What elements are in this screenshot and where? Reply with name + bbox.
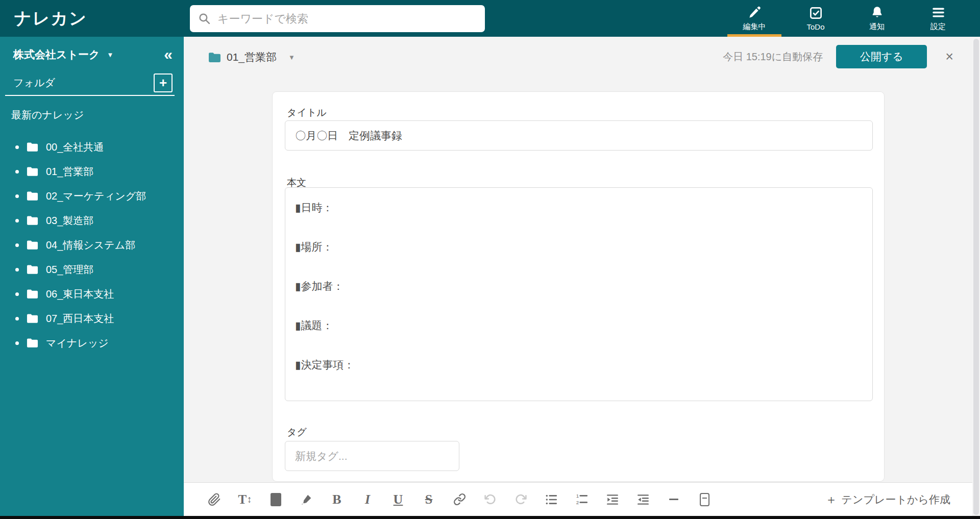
vertical-scrollbar[interactable]	[972, 38, 980, 516]
bullet-list-button[interactable]	[542, 489, 560, 510]
attach-file-button[interactable]	[205, 489, 224, 510]
title-input[interactable]	[285, 120, 873, 151]
scrollbar-thumb[interactable]	[973, 39, 979, 515]
ordered-list-icon: 1 2	[575, 493, 589, 506]
folder-label: マイナレッジ	[46, 336, 109, 350]
outdent-button[interactable]	[634, 489, 652, 510]
global-search[interactable]	[190, 5, 485, 32]
sidebar-item-folder-01[interactable]: 01_営業部	[0, 159, 184, 184]
folder-icon	[27, 289, 38, 299]
svg-text:2: 2	[576, 499, 579, 505]
tab-settings[interactable]: 設定	[908, 0, 969, 37]
editor-toolbar: T↕ B I U S	[184, 482, 980, 516]
search-icon	[198, 12, 211, 25]
text-size-button[interactable]: T↕	[236, 489, 254, 510]
sidebar-item-folder-02[interactable]: 02_マーケティング部	[0, 184, 184, 208]
folder-icon	[27, 338, 38, 348]
sidebar-item-my-knowledge[interactable]: マイナレッジ	[0, 331, 184, 355]
latest-knowledge-label: 最新のナレッジ	[11, 108, 84, 122]
tag-input[interactable]	[285, 441, 459, 471]
bullet-icon	[15, 243, 19, 247]
folder-label: 05_管理部	[46, 263, 93, 277]
publish-button[interactable]: 公開する	[836, 45, 927, 68]
highlighter-icon	[300, 493, 313, 506]
folder-label: 00_全社共通	[46, 140, 104, 154]
sidebar-item-folder-00[interactable]: 00_全社共通	[0, 135, 184, 159]
strikethrough-button[interactable]: S	[420, 489, 438, 510]
collapse-block-button[interactable]	[695, 489, 714, 510]
bullet-icon	[15, 292, 19, 296]
underline-icon: U	[394, 492, 403, 507]
undo-button[interactable]	[481, 489, 499, 510]
horizontal-rule-button[interactable]	[665, 489, 683, 510]
tag-label: タグ	[287, 426, 307, 439]
sidebar-item-folder-03[interactable]: 03_製造部	[0, 208, 184, 233]
chevron-down-icon: ▼	[107, 51, 113, 59]
sidebar-item-folder-05[interactable]: 05_管理部	[0, 257, 184, 282]
sidebar-item-folder-07[interactable]: 07_西日本支社	[0, 306, 184, 331]
folder-icon	[27, 240, 38, 250]
ordered-list-button[interactable]: 1 2	[573, 489, 591, 510]
create-from-template-label: テンプレートから作成	[842, 492, 950, 507]
tab-todo[interactable]: ToDo	[785, 0, 846, 37]
search-input[interactable]	[217, 12, 477, 26]
folder-label: 02_マーケティング部	[46, 189, 146, 203]
link-button[interactable]	[450, 489, 469, 510]
svg-text:1: 1	[576, 493, 579, 499]
plus-icon: ＋	[825, 491, 838, 508]
tab-settings-label: 設定	[930, 22, 946, 32]
redo-button[interactable]	[511, 489, 530, 510]
bullet-icon	[15, 219, 19, 223]
sidebar: 株式会社ストーク ▼ « フォルダ + 最新のナレッジ 00_全社共通 01_営…	[0, 37, 184, 516]
autosave-status: 今日 15:19に自動保存	[723, 50, 823, 64]
underline-button[interactable]: U	[389, 489, 407, 510]
knowledge-edit-card: タイトル 本文 ▮日時： ▮場所： ▮参加者： ▮議題： ▮決定事項： タグ	[272, 91, 885, 482]
highlight-button[interactable]	[297, 489, 315, 510]
tab-todo-label: ToDo	[806, 22, 824, 31]
folder-label: 03_製造部	[46, 214, 93, 228]
undo-icon	[484, 493, 497, 506]
link-icon	[453, 493, 466, 506]
folders-header: フォルダ +	[13, 72, 173, 93]
create-from-template-button[interactable]: ＋ テンプレートから作成	[825, 491, 950, 508]
italic-button[interactable]: I	[358, 489, 377, 510]
indent-icon	[606, 493, 619, 506]
sidebar-item-folder-06[interactable]: 06_東日本支社	[0, 282, 184, 306]
app-logo: ナレカン	[14, 0, 87, 37]
color-swatch-icon	[271, 493, 281, 506]
bullet-icon	[15, 268, 19, 271]
tab-editing[interactable]: 編集中	[724, 0, 785, 37]
sidebar-item-folder-04[interactable]: 04_情報システム部	[0, 233, 184, 257]
folder-label: 01_営業部	[46, 165, 93, 179]
active-tab-underline	[727, 34, 781, 37]
bullet-icon	[15, 170, 19, 174]
folder-label: 07_西日本支社	[46, 312, 114, 326]
text-color-button[interactable]	[266, 489, 285, 510]
folder-icon	[27, 264, 38, 275]
paperclip-icon	[208, 493, 221, 506]
folder-label: 06_東日本支社	[46, 287, 114, 301]
folder-icon	[27, 166, 38, 177]
folder-list: 00_全社共通 01_営業部 02_マーケティング部 03_製造部 04_情報シ…	[0, 135, 184, 355]
body-line: ▮議題：	[295, 306, 863, 345]
pencil-icon	[748, 6, 762, 19]
bullet-icon	[15, 341, 19, 345]
company-selector[interactable]: 株式会社ストーク ▼ «	[13, 45, 173, 64]
add-folder-button[interactable]: +	[154, 73, 173, 92]
indent-button[interactable]	[603, 489, 622, 510]
tab-notifications[interactable]: 通知	[846, 0, 908, 37]
bold-button[interactable]: B	[328, 489, 346, 510]
folders-label: フォルダ	[13, 76, 55, 90]
folder-icon	[27, 215, 38, 226]
body-line: ▮日時：	[295, 188, 863, 227]
breadcrumb[interactable]: 01_営業部 ▼	[208, 50, 295, 64]
top-actions: 今日 15:19に自動保存 公開する ×	[723, 45, 953, 68]
bullet-icon	[15, 317, 19, 320]
sidebar-collapse-icon[interactable]: «	[164, 47, 173, 62]
close-icon[interactable]: ×	[945, 50, 953, 64]
italic-icon: I	[365, 492, 370, 507]
body-line: ▮場所：	[295, 227, 863, 266]
checkbox-check-icon	[809, 6, 823, 20]
chevron-down-icon[interactable]: ▼	[288, 54, 295, 61]
body-editor[interactable]: ▮日時： ▮場所： ▮参加者： ▮議題： ▮決定事項：	[285, 187, 873, 401]
